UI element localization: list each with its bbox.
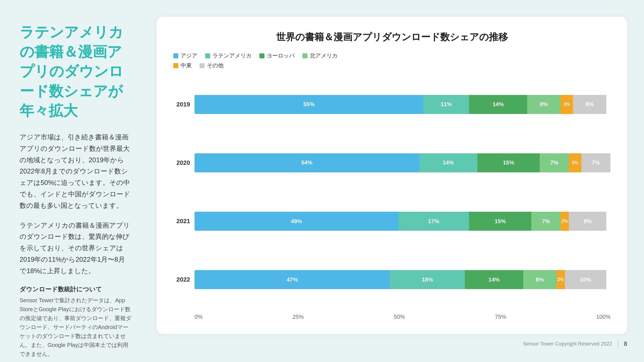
legend-label: ラテンアメリカ <box>212 52 252 59</box>
legend-label: その他 <box>207 62 224 69</box>
bar-segment: 54% <box>195 153 419 172</box>
legend-item: 北アメリカ <box>302 52 338 59</box>
body-text-1: アジア市場は、引き続き書籍＆漫画アプリのダウンロード数が世界最大の地域となってお… <box>20 132 131 211</box>
chart-legend: アジアラテンアメリカヨーロッパ北アメリカ中東その他 <box>173 52 610 69</box>
legend-label: アジア <box>181 52 197 59</box>
left-content: ラテンアメリカの書籍＆漫画アプリのダウンロード数シェアが年々拡大 アジア市場は、… <box>20 22 131 362</box>
bar-container: 55%11%14%8%3%8% <box>195 95 610 114</box>
bar-segment: 8% <box>523 270 557 289</box>
legend-color-dot <box>259 53 264 58</box>
x-axis-label: 100% <box>596 314 610 320</box>
bar-segment: 47% <box>195 270 390 289</box>
bar-segment: 14% <box>419 153 477 172</box>
bar-segment: 3% <box>569 153 581 172</box>
chart-area: 201955%11%14%8%3%8%202054%14%15%7%3%7%20… <box>173 78 610 311</box>
legend-color-dot <box>205 53 210 58</box>
bar-segment: 15% <box>469 212 531 231</box>
bar-segment: 18% <box>390 270 465 289</box>
bar-container: 54%14%15%7%3%7% <box>195 153 610 172</box>
legend-item: ヨーロッパ <box>259 52 295 59</box>
bar-segment: 11% <box>423 95 469 114</box>
bar-segment: 8% <box>573 95 606 114</box>
bar-segment: 7% <box>540 153 569 172</box>
x-axis-label: 75% <box>495 314 506 320</box>
bar-segment: 7% <box>531 212 560 231</box>
bar-segment: 14% <box>465 270 523 289</box>
chart-wrapper: 201955%11%14%8%3%8%202054%14%15%7%3%7%20… <box>173 78 610 320</box>
chart-title: 世界の書籍＆漫画アプリダウンロード数シェアの推移 <box>173 31 610 44</box>
legend-label: 中東 <box>181 62 192 69</box>
page-number: 8 <box>624 340 627 347</box>
year-label: 2020 <box>173 159 190 166</box>
x-axis-label: 25% <box>293 314 304 320</box>
legend-color-dot <box>173 53 178 58</box>
x-axis-label: 50% <box>394 314 405 320</box>
bar-segment: 9% <box>569 212 606 231</box>
footnote-section: ダウンロード数統計について Sensor Towerで集計されたデータは、App… <box>20 285 131 362</box>
legend-label: 北アメリカ <box>310 52 338 59</box>
year-label: 2021 <box>173 218 190 225</box>
bar-segment: 2% <box>560 212 569 231</box>
bar-segment: 15% <box>477 153 540 172</box>
body-text-2: ラテンアメリカの書籍＆漫画アプリのダウンロード数は、驚異的な伸びを示しており、そ… <box>20 220 131 277</box>
footnote-title: ダウンロード数統計について <box>20 285 131 294</box>
legend-color-dot <box>302 53 307 58</box>
main-title: ラテンアメリカの書籍＆漫画アプリのダウンロード数シェアが年々拡大 <box>20 22 131 120</box>
bar-segment: 7% <box>581 153 610 172</box>
bar-container: 47%18%14%8%2%10% <box>195 270 610 289</box>
chart-card: 世界の書籍＆漫画アプリダウンロード数シェアの推移 アジアラテンアメリカヨーロッパ… <box>157 17 627 334</box>
footnote-body: Sensor Towerで集計されたデータは、App StoreとGoogle … <box>20 296 131 358</box>
legend-color-dot <box>200 63 205 68</box>
page-divider <box>618 340 618 348</box>
bar-row: 202054%14%15%7%3%7% <box>173 153 610 172</box>
bar-segment: 8% <box>527 95 560 114</box>
year-label: 2022 <box>173 276 190 283</box>
right-panel: 世界の書籍＆漫画アプリダウンロード数シェアの推移 アジアラテンアメリカヨーロッパ… <box>145 0 644 362</box>
year-label: 2019 <box>173 101 190 108</box>
bar-row: 202247%18%14%8%2%10% <box>173 270 610 289</box>
legend-color-dot <box>173 63 178 68</box>
legend-item: アジア <box>173 52 197 59</box>
bar-segment: 10% <box>565 270 607 289</box>
bar-segment: 14% <box>469 95 527 114</box>
bar-segment: 2% <box>557 270 565 289</box>
bar-segment: 55% <box>195 95 423 114</box>
bar-segment: 49% <box>195 212 398 231</box>
copyright-text: Sensor Tower Copyright Reserved 2022 <box>523 341 612 347</box>
bar-segment: 17% <box>398 212 469 231</box>
left-panel: ラテンアメリカの書籍＆漫画アプリのダウンロード数シェアが年々拡大 アジア市場は、… <box>0 0 145 362</box>
legend-label: ヨーロッパ <box>267 52 295 59</box>
bar-container: 49%17%15%7%2%9% <box>195 212 610 231</box>
bar-row: 201955%11%14%8%3%8% <box>173 95 610 114</box>
x-axis: 0%25%50%75%100% <box>195 314 610 320</box>
bar-segment: 3% <box>560 95 573 114</box>
legend-item: ラテンアメリカ <box>205 52 252 59</box>
bar-row: 202149%17%15%7%2%9% <box>173 212 610 231</box>
footer: Sensor Tower Copyright Reserved 2022 8 <box>157 334 627 348</box>
legend-item: 中東 <box>173 62 192 69</box>
legend-item: その他 <box>200 62 224 69</box>
x-axis-label: 0% <box>195 314 203 320</box>
